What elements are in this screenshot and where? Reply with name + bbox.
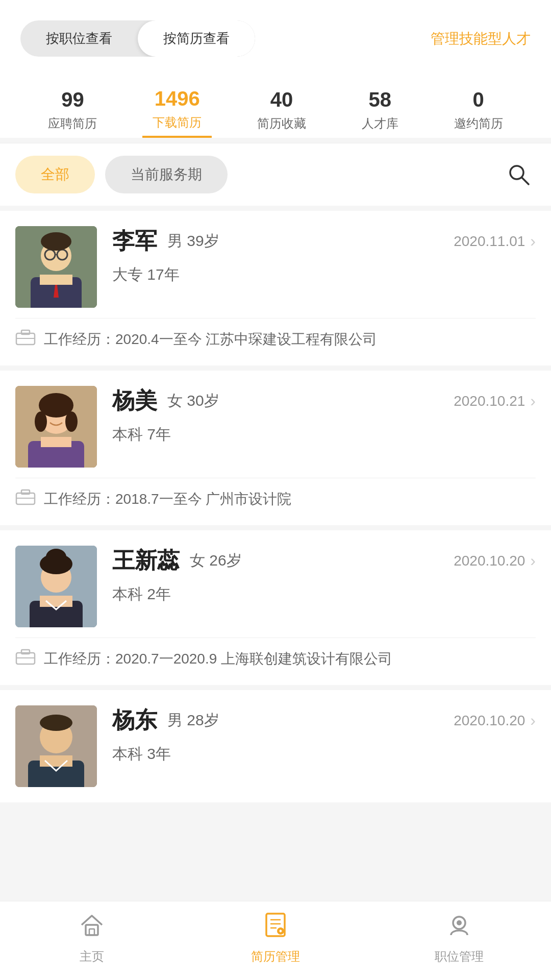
search-icon [506,162,531,186]
avatar [15,705,97,787]
candidate-gender-age: 女 26岁 [190,550,242,571]
svg-rect-27 [40,596,72,607]
candidate-card[interactable]: 杨东 男 28岁 2020.10.20 › 本科 3年 [0,690,551,802]
position-mgmt-icon [446,912,472,944]
stat-talent-pool[interactable]: 58 人才库 [352,83,409,137]
svg-rect-31 [21,650,30,654]
candidate-education: 本科 7年 [112,424,536,445]
svg-rect-39 [89,929,94,935]
stat-applied-number: 99 [61,88,84,111]
candidate-card[interactable]: 杨美 女 30岁 2020.10.21 › 本科 7年 [0,371,551,525]
stat-invited[interactable]: 0 邀约简历 [444,83,513,137]
avatar [15,546,97,627]
candidate-card[interactable]: 李军 男 39岁 2020.11.01 › 大专 17年 [0,211,551,365]
candidate-education: 本科 2年 [112,584,536,605]
stat-saved[interactable]: 40 简历收藏 [247,83,316,137]
svg-point-46 [457,920,462,925]
tab-by-position[interactable]: 按职位查看 [20,20,138,57]
svg-point-9 [41,232,71,251]
manage-talent-button[interactable]: 管理技能型人才 [431,29,531,48]
avatar [15,226,97,308]
candidate-date: 2020.10.20 › [454,551,536,570]
candidate-gender-age: 女 30岁 [167,390,219,411]
nav-position-label: 职位管理 [435,948,484,965]
stat-applied-label: 应聘简历 [48,115,97,132]
candidate-date: 2020.10.21 › [454,391,536,410]
svg-line-1 [522,178,529,184]
card-info: 杨美 女 30岁 2020.10.21 › 本科 7年 [112,386,536,445]
resume-mgmt-icon [262,912,289,944]
view-tab-group: 按职位查看 按简历查看 [20,20,255,57]
svg-rect-22 [21,490,30,494]
avatar [15,386,97,468]
card-info: 李军 男 39岁 2020.11.01 › 大专 17年 [112,226,536,285]
stat-applied[interactable]: 99 应聘简历 [38,83,107,137]
svg-rect-12 [21,330,30,334]
stat-talent-label: 人才库 [362,115,398,132]
svg-point-20 [65,411,78,432]
svg-point-37 [40,715,72,731]
candidate-date: 2020.10.20 › [454,711,536,730]
candidate-list: 李军 男 39岁 2020.11.01 › 大专 17年 [0,211,551,802]
filter-all-button[interactable]: 全部 [15,156,95,193]
work-icon [15,648,36,670]
stat-downloaded-label: 下载简历 [153,114,202,131]
stat-downloaded-number: 1496 [155,87,200,110]
card-divider [15,638,536,638]
candidate-gender-age: 男 28岁 [167,710,219,731]
work-icon [15,488,36,510]
candidate-name: 杨美 [112,386,157,416]
nav-position-mgmt[interactable]: 职位管理 [413,912,505,965]
stat-invited-label: 邀约简历 [454,115,503,132]
candidate-name: 王新蕊 [112,546,180,576]
bottom-nav: 主页 简历管理 职位管理 [0,901,551,980]
card-info: 王新蕊 女 26岁 2020.10.20 › 本科 2年 [112,546,536,605]
candidate-education: 本科 3年 [112,744,536,765]
svg-point-29 [46,549,66,565]
filter-current-service-button[interactable]: 当前服务期 [105,156,228,193]
stat-talent-number: 58 [369,88,392,111]
tab-by-resume[interactable]: 按简历查看 [138,20,255,57]
work-icon [15,329,36,350]
stat-invited-number: 0 [472,88,484,111]
card-divider [15,318,536,318]
svg-point-19 [35,411,47,432]
svg-rect-38 [86,925,98,935]
svg-rect-17 [41,437,71,447]
candidate-name: 李军 [112,226,157,256]
stat-saved-number: 40 [270,88,293,111]
card-divider [15,478,536,478]
nav-home[interactable]: 主页 [46,912,138,965]
card-info: 杨东 男 28岁 2020.10.20 › 本科 3年 [112,705,536,765]
filter-bar: 全部 当前服务期 [0,143,551,206]
home-icon [79,912,105,944]
candidate-card[interactable]: 王新蕊 女 26岁 2020.10.20 › 本科 2年 [0,530,551,685]
nav-resume-label: 简历管理 [251,948,300,965]
svg-rect-5 [40,275,72,285]
work-history: 工作经历：2020.4一至今 江苏中琛建设工程有限公司 [15,329,536,350]
search-button[interactable] [501,157,536,193]
view-tabs: 按职位查看 按简历查看 管理技能型人才 [20,20,531,57]
stat-downloaded[interactable]: 1496 下载简历 [142,82,212,138]
candidate-gender-age: 男 39岁 [167,231,219,252]
candidate-education: 大专 17年 [112,264,536,285]
candidate-date: 2020.11.01 › [454,232,536,251]
candidate-name: 杨东 [112,705,157,736]
work-history: 工作经历：2018.7一至今 广州市设计院 [15,488,536,510]
work-history: 工作经历：2020.7一2020.9 上海联创建筑设计有限公司 [15,648,536,670]
nav-resume-mgmt[interactable]: 简历管理 [230,912,321,965]
stat-saved-label: 简历收藏 [257,115,306,132]
stats-bar: 99 应聘简历 1496 下载简历 40 简历收藏 58 人才库 0 邀约简历 [20,72,531,138]
nav-home-label: 主页 [80,948,104,965]
